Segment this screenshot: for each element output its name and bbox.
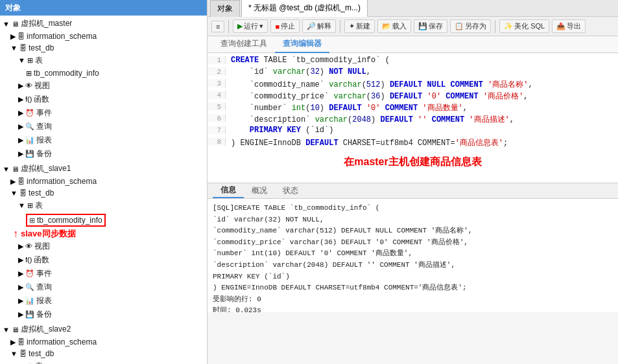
load-button[interactable]: 📂 载入 [377, 19, 411, 33]
line-number: 3 [208, 79, 226, 87]
tree-node-test-db-3[interactable]: ▼ 🗄 test_db [0, 348, 207, 359]
explain-button[interactable]: 🔎 解释 [302, 19, 336, 33]
db-icon: ▼ 🗄 [10, 350, 27, 358]
line-number: 8 [208, 137, 226, 146]
tree-node-query-1[interactable]: ▶ 🔍 查询 [0, 120, 207, 133]
play-icon: ▶ [237, 22, 243, 30]
tree-label: 表 [35, 200, 43, 211]
sub-tab-bar: 查询创建工具 查询编辑器 [208, 36, 618, 53]
sub-tab-query-builder[interactable]: 查询创建工具 [213, 36, 275, 53]
slave-annotation: ↑ slave同步数据 [0, 228, 207, 240]
run-label: 运行 [244, 21, 258, 31]
tree-node-info-schema-1[interactable]: ▶ 🗄 information_schema [0, 30, 207, 42]
run-button[interactable]: ▶ 运行 ▾ [233, 19, 268, 33]
tree-node-report-2[interactable]: ▶ 📊 报表 [0, 294, 207, 308]
backup-icon: ▶ 💾 [18, 150, 34, 158]
tree-node-table-group-3[interactable]: ▼ ⊞ 表 [0, 359, 207, 364]
stop-icon: ■ [275, 23, 279, 30]
tree-node-table-group-1[interactable]: ▼ ⊞ 表 [0, 54, 207, 67]
code-line-7: 7 PRIMARY KEY (`id`) [208, 126, 618, 137]
panel-title: 对象 [5, 3, 21, 14]
left-panel: 对象 ▼ 🖥 虚拟机_master ▶ 🗄 information_schema… [0, 0, 208, 364]
code-line-2: 2 `id` varchar(32) NOT NULL, [208, 67, 618, 79]
tree-node-tb-commodity-1[interactable]: ⊞ tb_commodity_info [0, 67, 207, 79]
separator [340, 20, 340, 33]
tree-label: tb_commodity_info [34, 69, 99, 78]
save-label: 保存 [429, 21, 443, 31]
bottom-tab-overview[interactable]: 概况 [244, 184, 275, 198]
line-number: 1 [208, 56, 226, 64]
result-line-1: [SQL]CREATE TABLE `tb_commodity_info` ( [213, 203, 613, 214]
report-icon: ▶ 📊 [18, 136, 34, 144]
new-button[interactable]: ✦ 新建 [344, 19, 375, 33]
tree-node-event-1[interactable]: ▶ ⏰ 事件 [0, 106, 207, 120]
save-as-button[interactable]: 📋 另存为 [450, 19, 491, 33]
line-number: 4 [208, 91, 226, 99]
func-icon: ▶ f() [18, 256, 32, 264]
tree-node-report-1[interactable]: ▶ 📊 报表 [0, 133, 207, 147]
beautify-button[interactable]: ✨ 美化 SQL [499, 19, 549, 33]
tree-node-tb-commodity-2[interactable]: ⊞ tb_commodity_info [0, 212, 207, 228]
right-panel: 对象 * 无标题 @test_db (虚拟机_m...) ≡ ▶ 运行 ▾ ■ … [208, 0, 618, 364]
tree-node-info-schema-2[interactable]: ▶ 🗄 information_schema [0, 176, 207, 187]
bottom-content: [SQL]CREATE TABLE `tb_commodity_info` ( … [208, 199, 618, 312]
view-icon: ▶ 👁 [18, 82, 32, 90]
tree-node-view-2[interactable]: ▶ 👁 视图 [0, 240, 207, 253]
tree-label: test_db [29, 188, 54, 198]
explain-label: 解释 [317, 21, 331, 31]
result-time: 时间: 0.023s [213, 305, 613, 312]
new-icon: ✦ [349, 22, 355, 30]
slave-label: slave同步数据 [21, 228, 76, 240]
query-icon: ▶ 🔍 [18, 283, 34, 291]
db-icon: ▶ 🗄 [10, 338, 25, 347]
tree-node-table-group-2[interactable]: ▼ ⊞ 表 [0, 199, 207, 212]
tree-node-vm-slave1[interactable]: ▼ 🖥 虚拟机_slave1 [0, 162, 207, 176]
separator [495, 20, 495, 33]
line-content: ) ENGINE=InnoDB DEFAULT CHARSET=utf8mb4 … [226, 137, 618, 148]
save-icon: 💾 [418, 22, 427, 30]
result-line-3: `commodity_name` varchar(512) DEFAULT NU… [213, 225, 613, 237]
tree-node-vm-slave2[interactable]: ▼ 🖥 虚拟机_slave2 [0, 323, 207, 336]
tree-node-event-2[interactable]: ▶ ⏰ 事件 [0, 267, 207, 280]
save-button[interactable]: 💾 保存 [414, 19, 447, 33]
bottom-tab-info[interactable]: 信息 [213, 183, 244, 198]
tab-objects[interactable]: 对象 [210, 0, 240, 17]
menu-button[interactable]: ≡ [211, 21, 224, 32]
server-icon: ▼ 🖥 [3, 165, 19, 173]
object-tree: ▼ 🖥 虚拟机_master ▶ 🗄 information_schema ▼ … [0, 16, 207, 364]
tree-node-test-db-2[interactable]: ▼ 🗄 test_db [0, 187, 207, 199]
tree-node-func-1[interactable]: ▶ f() 函数 [0, 93, 207, 106]
result-line-6: `description` varchar(2048) DEFAULT '' C… [213, 260, 613, 271]
tree-node-view-1[interactable]: ▶ 👁 视图 [0, 79, 207, 93]
code-line-3: 3 `commodity_name` varchar(512) DEFAULT … [208, 79, 618, 91]
bottom-tab-status[interactable]: 状态 [275, 184, 306, 198]
export-button[interactable]: 📤 导出 [552, 19, 586, 33]
tree-node-info-schema-3[interactable]: ▶ 🗄 information_schema [0, 336, 207, 348]
arrow-icon: ↑ [13, 228, 18, 240]
tree-node-test-db-1[interactable]: ▼ 🗄 test_db [0, 42, 207, 54]
tab-query[interactable]: * 无标题 @test_db (虚拟机_m...) [241, 0, 368, 17]
tree-label: 查询 [36, 282, 52, 293]
load-label: 载入 [392, 21, 407, 31]
tree-label: 视图 [34, 241, 50, 252]
tree-node-func-2[interactable]: ▶ f() 函数 [0, 253, 207, 267]
code-editor[interactable]: 1 CREATE TABLE `tb_commodity_info` ( 2 `… [208, 53, 618, 183]
table-group-icon: ▼ ⊞ [18, 201, 33, 210]
tree-node-query-2[interactable]: ▶ 🔍 查询 [0, 280, 207, 294]
backup-icon: ▶ 💾 [18, 310, 34, 319]
sub-tab-query-editor[interactable]: 查询编辑器 [275, 36, 329, 53]
db-icon: ▶ 🗄 [10, 177, 25, 186]
tree-node-backup-2[interactable]: ▶ 💾 备份 [0, 308, 207, 321]
tree-label: information_schema [27, 32, 97, 41]
line-content: CREATE TABLE `tb_commodity_info` ( [226, 56, 618, 65]
tree-label: 函数 [34, 255, 49, 266]
menu-icon: ≡ [216, 23, 220, 30]
result-affected-rows: 受影响的行: 0 [213, 294, 613, 306]
result-line-7: PRIMARY KEY (`id`) [213, 271, 613, 283]
line-content: `commodity_name` varchar(512) DEFAULT NU… [226, 79, 618, 90]
tree-label: tb_commodity_info [37, 216, 102, 225]
tree-node-vm-master[interactable]: ▼ 🖥 虚拟机_master [0, 17, 207, 30]
stop-button[interactable]: ■ 停止 [270, 19, 300, 33]
result-line-2: `id` varchar(32) NOT NULL, [213, 214, 613, 226]
tree-node-backup-1[interactable]: ▶ 💾 备份 [0, 147, 207, 161]
